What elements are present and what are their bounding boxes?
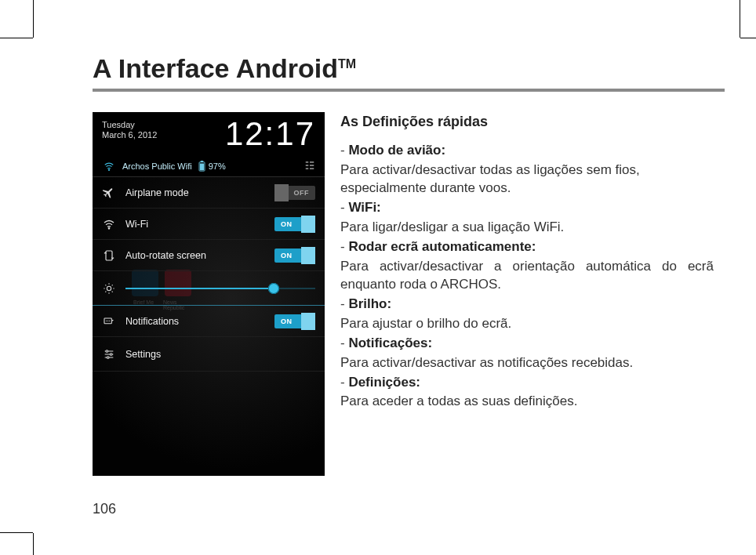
item-desc: Para aceder a todas as suas definições.: [340, 393, 714, 411]
qs-autorotate-row[interactable]: Auto-rotate screen ON: [93, 240, 325, 271]
content-row: Tuesday March 6, 2012 12:17 Archos Publi…: [93, 112, 725, 476]
brightness-thumb[interactable]: [268, 283, 279, 294]
ss-clock: 12:17: [225, 115, 315, 153]
qs-wifi-toggle[interactable]: ON: [274, 217, 315, 231]
item-label: Definições:: [348, 375, 420, 390]
title-main: A Interface Android: [93, 53, 338, 83]
brightness-icon: [102, 281, 116, 296]
svg-point-12: [107, 286, 111, 290]
quick-settings-panel: Brief Me News Republic Airplane mode OFF…: [93, 177, 325, 476]
brightness-slider[interactable]: [125, 288, 315, 289]
qs-autorotate-label: Auto-rotate screen: [125, 250, 265, 261]
item-desc: Para ajustar o brilho do ecrã.: [340, 315, 714, 333]
svg-point-10: [108, 227, 109, 228]
settings-sliders-icon: [102, 347, 116, 361]
svg-rect-7: [310, 161, 314, 162]
item-label: Notificações:: [348, 336, 432, 350]
svg-point-19: [107, 356, 109, 358]
svg-rect-3: [200, 161, 203, 162]
wifi-row-icon: [102, 217, 116, 231]
qs-settings-row[interactable]: Settings: [93, 337, 325, 372]
page-title: A Interface AndroidTM: [93, 53, 725, 84]
qs-notifications-toggle[interactable]: ON: [274, 314, 315, 328]
qs-wifi-row[interactable]: Wi-Fi ON: [93, 209, 325, 240]
ss-status-bar: Archos Public Wifi 97%: [93, 153, 325, 176]
svg-point-0: [108, 169, 109, 170]
title-tm: TM: [338, 57, 356, 71]
ss-date: Tuesday March 6, 2012: [102, 120, 157, 140]
battery-icon: [198, 161, 205, 172]
qs-airplane-label: Airplane mode: [125, 187, 265, 198]
qs-airplane-row[interactable]: Airplane mode OFF: [93, 177, 325, 209]
description-column: As Definições rápidas - Modo de avião: P…: [340, 112, 714, 476]
item-desc: Para activar/desactivar a orientação aut…: [340, 258, 714, 294]
date-full: March 6, 2012: [102, 130, 157, 140]
item-desc: Para activar/desactivar todas as ligaçõe…: [340, 161, 714, 198]
svg-point-18: [110, 353, 112, 355]
svg-rect-2: [200, 164, 204, 171]
autorotate-icon: [102, 248, 116, 263]
ss-header: Tuesday March 6, 2012 12:17: [93, 112, 325, 153]
title-rule: [93, 89, 725, 92]
qs-notifications-label: Notifications: [125, 316, 265, 327]
qs-wifi-label: Wi-Fi: [125, 219, 265, 230]
svg-rect-4: [306, 161, 309, 162]
svg-rect-11: [106, 251, 112, 260]
qs-brightness-row[interactable]: [93, 271, 325, 306]
item-label: Modo de avião:: [348, 143, 445, 158]
item-label: Rodar ecrã automaticamente:: [348, 239, 536, 254]
item-desc: Para activar/desactivar as notificações …: [340, 354, 714, 372]
svg-point-14: [106, 320, 107, 321]
svg-point-17: [106, 350, 108, 352]
item-label: Brilho:: [348, 296, 391, 311]
wifi-icon: [102, 159, 116, 173]
notifications-icon: [102, 314, 116, 328]
svg-rect-5: [306, 165, 309, 165]
qs-notifications-row[interactable]: Notifications ON: [93, 306, 325, 337]
wifi-name: Archos Public Wifi: [122, 161, 192, 171]
date-weekday: Tuesday: [102, 120, 157, 130]
svg-point-15: [107, 320, 108, 321]
qs-autorotate-toggle[interactable]: ON: [274, 248, 315, 263]
svg-rect-6: [306, 169, 309, 169]
airplane-icon: [102, 186, 116, 200]
battery-pct: 97%: [209, 161, 226, 171]
svg-rect-9: [310, 169, 314, 169]
page-body: A Interface AndroidTM Tuesday March 6, 2…: [93, 53, 725, 476]
svg-point-16: [109, 320, 110, 321]
qs-settings-label: Settings: [125, 349, 315, 360]
svg-rect-8: [310, 165, 314, 165]
quicksettings-icon[interactable]: [304, 160, 315, 172]
item-label: WiFi:: [348, 200, 380, 215]
qs-airplane-toggle[interactable]: OFF: [274, 186, 315, 200]
rhs-heading: As Definições rápidas: [340, 112, 714, 131]
item-desc: Para ligar/desligar a sua ligação WiFi.: [340, 219, 714, 237]
battery-status: 97%: [198, 161, 226, 172]
page-number: 106: [93, 501, 116, 517]
brightness-fill: [125, 288, 274, 289]
android-screenshot: Tuesday March 6, 2012 12:17 Archos Publi…: [93, 112, 325, 476]
